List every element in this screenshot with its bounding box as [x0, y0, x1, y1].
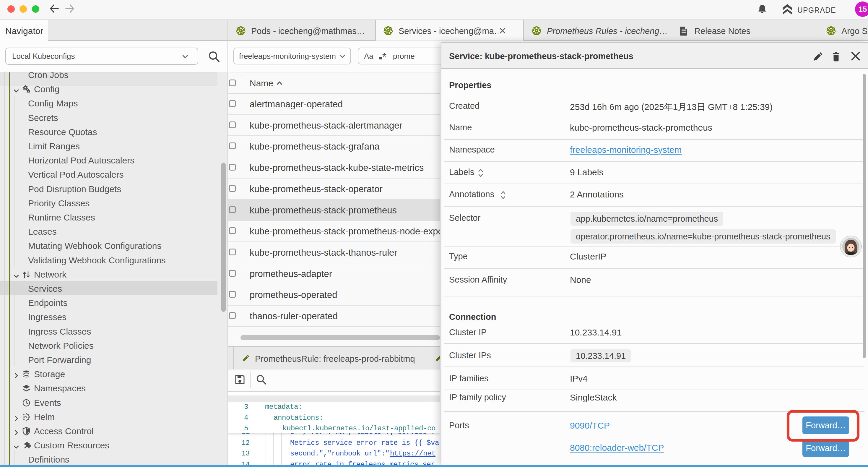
svg-text:*: * [382, 51, 386, 62]
svg-text:HELM: HELM [23, 416, 30, 419]
